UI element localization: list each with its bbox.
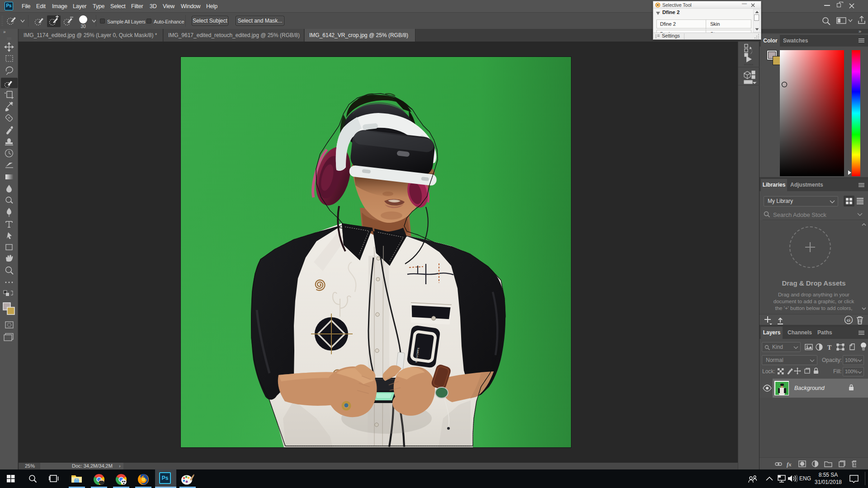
- svg-text:30: 30: [80, 24, 86, 28]
- svg-text:T: T: [827, 344, 832, 351]
- svg-text:fx: fx: [787, 461, 792, 468]
- svg-text:ci: ci: [847, 318, 850, 323]
